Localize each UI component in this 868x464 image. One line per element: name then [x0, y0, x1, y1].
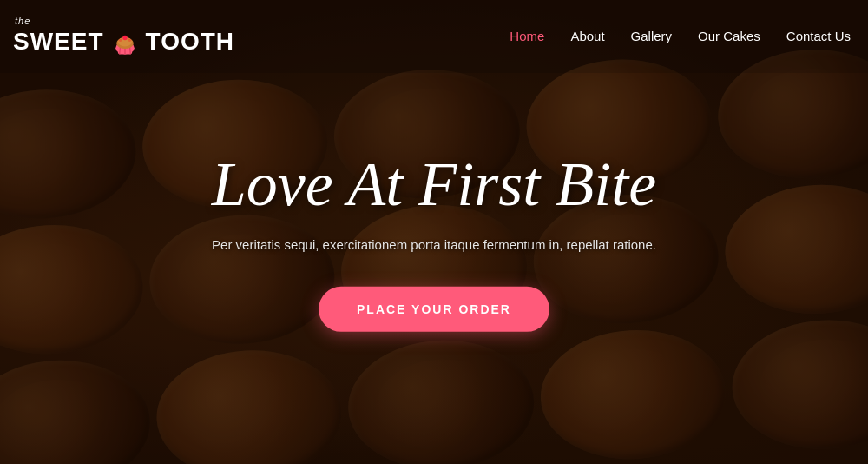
logo-text: the SWEET — [13, 17, 234, 57]
nav-item-about[interactable]: About — [570, 29, 604, 44]
navbar: the SWEET — [0, 0, 868, 73]
nav-link-our-cakes[interactable]: Our Cakes — [698, 29, 760, 43]
logo-brand: SWEET — [13, 26, 234, 57]
nav-item-home[interactable]: Home — [510, 29, 544, 44]
place-order-button[interactable]: PLACE YOUR ORDER — [319, 287, 549, 332]
nav-link-contact[interactable]: Contact Us — [786, 29, 851, 43]
logo: the SWEET — [13, 17, 234, 57]
logo-icon — [109, 26, 141, 57]
nav-link-about[interactable]: About — [570, 29, 604, 43]
svg-point-9 — [128, 38, 131, 42]
hero-subtitle: Per veritatis sequi, exercitationem port… — [130, 235, 738, 255]
nav-item-gallery[interactable]: Gallery — [631, 29, 673, 44]
hero-content: Love At First Bite Per veritatis sequi, … — [130, 150, 738, 332]
hero-section: the SWEET — [0, 0, 868, 464]
logo-sweet-text: SWEET — [13, 30, 104, 54]
hero-title: Love At First Bite — [130, 150, 738, 219]
logo-the: the — [15, 17, 234, 26]
nav-item-contact[interactable]: Contact Us — [786, 29, 851, 44]
svg-point-7 — [122, 35, 127, 39]
logo-tooth-text: TOOTH — [146, 30, 234, 54]
nav-item-our-cakes[interactable]: Our Cakes — [698, 29, 760, 44]
nav-links: Home About Gallery Our Cakes Contact Us — [510, 29, 851, 44]
nav-link-gallery[interactable]: Gallery — [631, 29, 673, 43]
nav-link-home[interactable]: Home — [510, 29, 544, 43]
svg-point-8 — [118, 38, 122, 42]
